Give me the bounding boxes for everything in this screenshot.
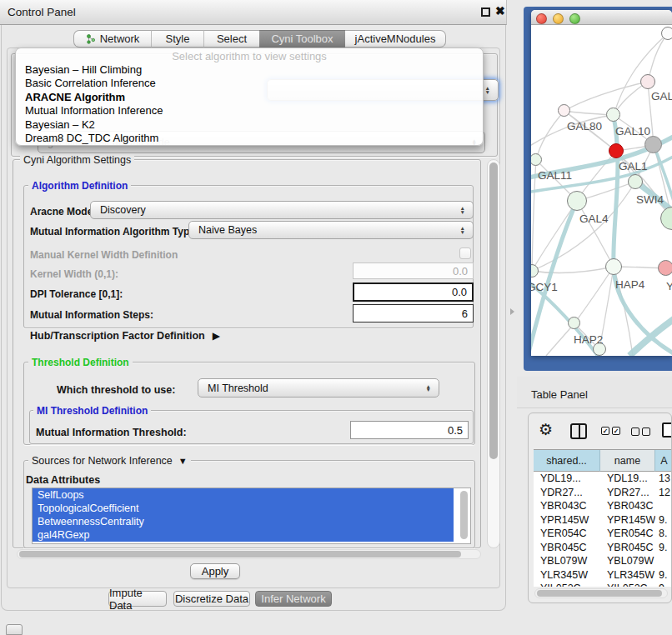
hub-definition-section[interactable]: Hub/Transcription Factor Definition ▶ (30, 330, 220, 342)
dpi-tolerance-field[interactable]: 0.0 (353, 282, 474, 302)
network-node[interactable] (558, 104, 570, 117)
close-icon[interactable]: ✖ (495, 4, 505, 18)
algorithm-option[interactable]: Bayesian – K2 (16, 118, 483, 132)
algorithm-option[interactable]: Basic Correlation Inference (16, 77, 483, 90)
table-row[interactable]: YDL19... YDL19... 13 (534, 472, 672, 486)
control-panel-tabs: Network Style Select Cyni Toolbox jActiv… (73, 30, 446, 48)
cell-value: 9. (655, 513, 672, 528)
attribute-item-selected[interactable]: BetweennessCentrality (33, 515, 454, 528)
node-table[interactable]: shared... name A YDL19... YDL19... 13 YD… (534, 449, 672, 587)
cell-name: YBR045C (600, 541, 655, 555)
network-node-pink[interactable] (658, 260, 672, 276)
mi-threshold-value: 0.5 (448, 424, 463, 437)
stepper-arrows-icon: ▲▼ (426, 384, 431, 392)
tab-cyni-toolbox[interactable]: Cyni Toolbox (259, 30, 345, 48)
expand-arrow-icon[interactable]: ▶ (213, 330, 220, 342)
table-row[interactable]: YER054C YER054C 8. (534, 527, 672, 541)
data-attributes-list[interactable]: SelfLoops TopologicalCoefficient Between… (32, 488, 471, 544)
attribute-item-selected[interactable]: SelfLoops (33, 488, 454, 502)
table-row[interactable]: YLR345W YLR345W 9. (534, 568, 672, 582)
settings-horizontal-scrollbar[interactable] (17, 549, 481, 559)
attribute-item-selected[interactable]: gal4RGexp (33, 528, 454, 542)
network-node[interactable] (568, 317, 580, 329)
mi-type-combo[interactable]: Naive Bayes ▲▼ (188, 221, 474, 239)
cell-value: 9 (655, 582, 672, 587)
algorithm-option[interactable]: Mutual Information Inference (16, 104, 483, 118)
tab-infer-network[interactable]: Infer Network (255, 591, 332, 607)
tab-jactivemnodules[interactable]: jActiveMNodules (345, 30, 446, 48)
cell-shared-name: YLR345W (534, 568, 600, 582)
column-header-name[interactable]: name (600, 450, 655, 472)
tab-discretize-data[interactable]: Discretize Data (173, 591, 250, 607)
close-traffic-light-icon[interactable] (536, 13, 547, 24)
cell-value: 9. (655, 568, 672, 582)
tab-select[interactable]: Select (203, 30, 259, 48)
checked-box-icon[interactable]: ✓ (612, 427, 620, 435)
splitpane-divider-handle[interactable] (510, 308, 514, 315)
network-node[interactable] (640, 74, 655, 89)
algorithm-option[interactable]: Bayesian – Hill Climbing (16, 63, 483, 77)
tab-network[interactable]: Network (73, 30, 151, 48)
tab-label: Cyni Toolbox (271, 32, 333, 45)
node-label: GAL11 (538, 169, 572, 182)
cell-value (655, 499, 672, 513)
network-node[interactable] (605, 258, 622, 275)
column-header-partial[interactable]: A (655, 450, 672, 472)
list-scrollbar-thumb[interactable] (460, 491, 468, 539)
attribute-item-selected[interactable]: TopologicalCoefficient (33, 502, 454, 515)
table-row[interactable]: YDR27... YDR27... 12 (534, 486, 672, 500)
cell-shared-name: YDR27... (534, 486, 600, 500)
panel-title: Control Panel (8, 6, 76, 18)
dpi-tolerance-label: DPI Tolerance [0,1]: (30, 288, 123, 300)
cell-value: 9. (655, 541, 672, 555)
apply-button[interactable]: Apply (190, 563, 240, 579)
network-node-red[interactable] (609, 143, 624, 158)
zoom-traffic-light-icon[interactable] (569, 13, 580, 24)
threshold-definition-title: Threshold Definition (28, 357, 133, 368)
unchecked-box-icon[interactable] (631, 428, 639, 436)
network-node[interactable] (606, 108, 620, 122)
table-panel-header: Table Panel (517, 377, 672, 408)
column-header-shared-name[interactable]: shared... (534, 450, 600, 472)
manual-kernel-checkbox[interactable] (459, 248, 471, 259)
scrollbar-thumb[interactable] (19, 551, 461, 558)
cell-shared-name: YBR043C (534, 499, 600, 513)
algorithm-option[interactable]: Dream8 DC_TDC Algorithm (16, 132, 483, 145)
mi-threshold-field[interactable]: 0.5 (350, 421, 469, 439)
table-row[interactable]: YBL079W YBL079W (534, 554, 672, 568)
unchecked-box-icon[interactable] (642, 428, 650, 436)
node-label: HAP4 (615, 278, 644, 291)
which-threshold-combo[interactable]: MI Threshold ▲▼ (198, 378, 439, 398)
aracne-mode-combo[interactable]: Discovery ▲▼ (90, 201, 474, 219)
table-row[interactable]: YIL052C YIL052C 9 (534, 582, 672, 587)
minimized-panel-button[interactable] (6, 624, 23, 635)
float-window-icon[interactable] (481, 8, 490, 17)
network-canvas[interactable]: GAL7 GAL80 GAL10 GAL1 GAL11 SWI4 GAL4 GC… (531, 25, 672, 356)
table-row[interactable]: YPR145W YPR145W 9. (534, 513, 672, 528)
gear-icon[interactable]: ⚙ (539, 420, 553, 439)
network-node[interactable] (567, 191, 587, 211)
split-columns-icon[interactable] (570, 423, 587, 439)
scrollbar-thumb[interactable] (489, 162, 498, 459)
sources-header[interactable]: Sources for Network Inference ▼ (28, 455, 191, 467)
network-node-gray[interactable] (644, 136, 662, 153)
column-header-label: A (660, 455, 667, 467)
settings-vertical-scrollbar[interactable] (487, 159, 500, 548)
page-icon[interactable] (662, 422, 672, 438)
cell-shared-name: YPR145W (534, 513, 600, 528)
minimize-traffic-light-icon[interactable] (553, 13, 564, 24)
table-horizontal-scrollbar[interactable] (534, 588, 668, 598)
table-row[interactable]: YBR045C YBR045C 9. (534, 541, 672, 555)
algorithm-option-selected[interactable]: ARACNE Algorithm (16, 91, 483, 104)
tab-style[interactable]: Style (151, 30, 203, 48)
network-node[interactable] (628, 174, 643, 189)
scrollbar-thumb[interactable] (537, 590, 662, 597)
checked-box-icon[interactable]: ✓ (601, 427, 609, 435)
mi-steps-field[interactable]: 6 (353, 304, 474, 322)
kernel-width-field[interactable]: 0.0 (353, 262, 474, 279)
apply-button-label: Apply (202, 565, 229, 578)
table-row[interactable]: YBR043C YBR043C (534, 499, 672, 513)
tab-impute-data[interactable]: Impute Data (108, 591, 167, 607)
collapse-arrow-icon[interactable]: ▼ (178, 456, 188, 466)
network-node[interactable] (661, 27, 672, 40)
